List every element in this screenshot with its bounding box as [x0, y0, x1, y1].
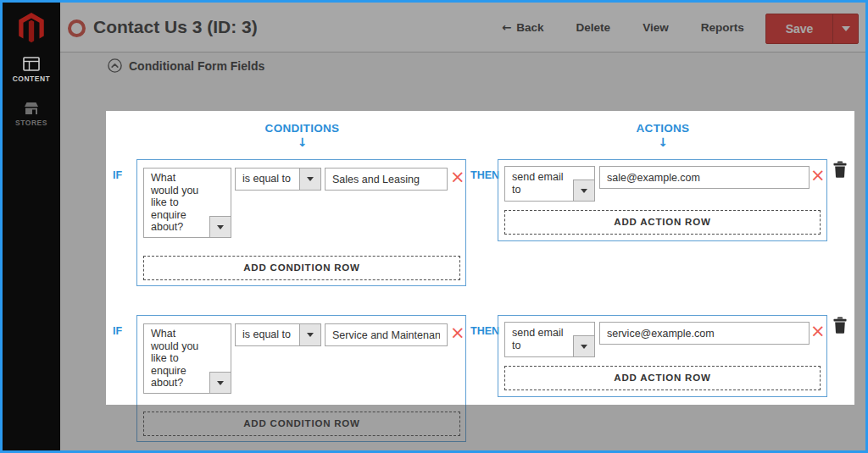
- remove-condition-icon[interactable]: ×: [450, 324, 465, 342]
- action-email-input[interactable]: [599, 322, 810, 345]
- delete-rule-trash-icon[interactable]: [833, 317, 847, 337]
- if-label: IF: [113, 169, 122, 181]
- sidebar-item-content[interactable]: CONTENT: [3, 57, 60, 83]
- remove-condition-icon[interactable]: ×: [450, 168, 465, 186]
- condition-field-select[interactable]: What would you like to enquire about?: [143, 323, 231, 394]
- stores-icon: [23, 102, 40, 115]
- select-caret-icon: [209, 372, 231, 393]
- then-label: THEN: [470, 169, 499, 181]
- save-split-button: Save: [765, 14, 859, 44]
- select-caret-icon: [209, 216, 231, 237]
- sidebar-item-stores[interactable]: STORES: [3, 102, 60, 127]
- add-action-row-button[interactable]: ADD ACTION ROW: [504, 366, 821, 390]
- conditions-column-header: CONDITIONS ↓: [136, 122, 468, 149]
- delete-button[interactable]: Delete: [576, 21, 611, 34]
- page-title: Contact Us 3 (ID: 3): [93, 3, 258, 52]
- down-arrow-icon: ↓: [136, 136, 468, 149]
- select-caret-icon: [573, 335, 594, 356]
- section-header: Conditional Form Fields: [108, 58, 264, 73]
- remove-action-icon[interactable]: ×: [810, 167, 826, 185]
- condition-value-input[interactable]: [325, 323, 448, 346]
- reports-button[interactable]: Reports: [701, 21, 744, 34]
- sidebar-item-label: STORES: [3, 119, 60, 127]
- rule-row: IF What would you like to enquire about?…: [0, 159, 868, 286]
- rule-row: IF What would you like to enquire about?…: [0, 315, 868, 442]
- view-button[interactable]: View: [643, 21, 669, 34]
- action-type-select[interactable]: send email to: [504, 322, 595, 357]
- chevron-down-icon: [842, 26, 850, 31]
- actions-column-header: ACTIONS ↓: [498, 122, 828, 149]
- condition-field-select[interactable]: What would you like to enquire about?: [143, 168, 231, 238]
- add-condition-row-button[interactable]: ADD CONDITION ROW: [143, 412, 460, 436]
- magento-logo-icon[interactable]: [3, 12, 60, 45]
- page-status-ring-icon: [68, 19, 86, 37]
- back-button[interactable]: ←Back: [502, 20, 544, 34]
- then-label: THEN: [470, 325, 499, 337]
- add-condition-row-button[interactable]: ADD CONDITION ROW: [143, 256, 460, 280]
- remove-action-icon[interactable]: ×: [810, 323, 826, 340]
- collapse-chevron-icon[interactable]: [108, 58, 122, 73]
- select-caret-icon: [299, 168, 320, 190]
- down-arrow-icon: ↓: [498, 136, 828, 149]
- if-label: IF: [113, 325, 122, 337]
- condition-value-input[interactable]: [325, 168, 448, 191]
- action-email-input[interactable]: [599, 166, 810, 189]
- condition-operator-select[interactable]: is equal to: [235, 323, 321, 346]
- save-button[interactable]: Save: [766, 14, 833, 43]
- select-caret-icon: [299, 324, 320, 345]
- delete-rule-trash-icon[interactable]: [833, 161, 847, 181]
- select-caret-icon: [573, 180, 594, 201]
- header-actions: ←Back Delete View Reports: [502, 3, 744, 52]
- page-header: Contact Us 3 (ID: 3) ←Back Delete View R…: [60, 3, 865, 52]
- conditions-label: CONDITIONS: [136, 122, 468, 135]
- condition-operator-select[interactable]: is equal to: [235, 168, 321, 191]
- add-action-row-button[interactable]: ADD ACTION ROW: [504, 210, 821, 235]
- back-arrow-icon: ←: [502, 20, 511, 34]
- actions-label: ACTIONS: [498, 122, 828, 135]
- magento-admin-screen: CONTENT STORES Contact Us 3 (ID: 3) ←Bac…: [0, 0, 868, 453]
- section-title: Conditional Form Fields: [129, 59, 264, 73]
- save-dropdown-toggle[interactable]: [833, 14, 858, 43]
- content-icon: [23, 57, 40, 71]
- sidebar-item-label: CONTENT: [3, 75, 60, 83]
- action-type-select[interactable]: send email to: [504, 166, 595, 202]
